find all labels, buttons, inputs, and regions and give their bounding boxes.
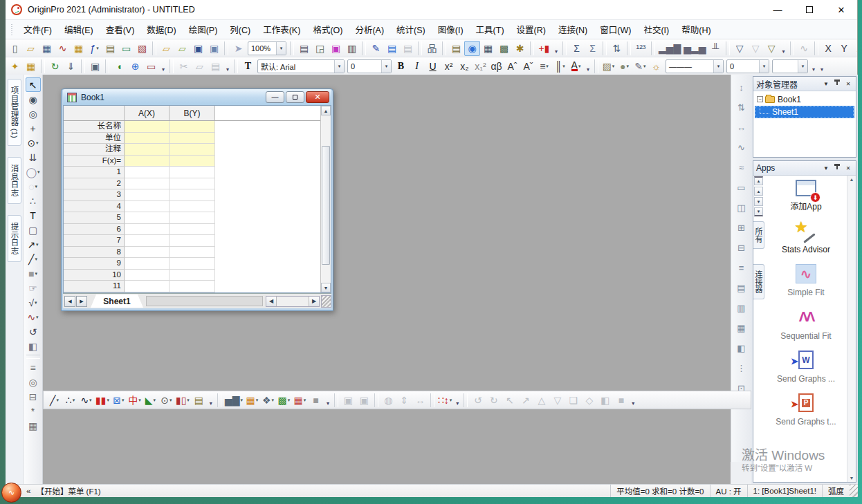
- object-manager-icon[interactable]: ▦: [480, 41, 496, 56]
- 3d-bar-plot-icon[interactable]: ▅▇▾: [223, 393, 244, 408]
- row-statistics-icon[interactable]: Σ: [585, 41, 600, 56]
- window-resize-grip[interactable]: [321, 295, 331, 308]
- scroll-up-button[interactable]: ▲: [754, 187, 763, 196]
- unmask-range-icon[interactable]: ◌▾: [26, 179, 41, 194]
- app-send-graphs-ppt[interactable]: P➤ Send Graphs t...: [770, 392, 842, 427]
- toolbar-overflow-button[interactable]: ▾: [584, 59, 592, 74]
- extract-layers-icon[interactable]: ▤: [734, 281, 749, 295]
- au-toggle[interactable]: AU : 开: [710, 485, 747, 497]
- sheet-tab[interactable]: Sheet1: [91, 295, 143, 308]
- equation-tool-icon[interactable]: √▾: [26, 295, 41, 310]
- contour-plot-icon[interactable]: ▩▾: [276, 393, 292, 408]
- toolbar-overflow-button[interactable]: ▾: [818, 59, 826, 74]
- curve-smooth-icon[interactable]: ≈: [734, 160, 749, 174]
- font-name-combo[interactable]: 默认: Arial▾: [257, 59, 345, 73]
- new-notes-icon[interactable]: ▭: [118, 41, 134, 56]
- row-header-cell[interactable]: 4: [64, 201, 125, 213]
- reset-rotation-3d-icon[interactable]: ■: [613, 393, 629, 408]
- slideshow-icon[interactable]: ➤: [230, 41, 246, 56]
- template-library-icon[interactable]: ▤: [191, 393, 207, 408]
- app-center-icon[interactable]: ◉: [464, 41, 480, 56]
- data-cell[interactable]: [169, 156, 215, 167]
- insert-graph-object-icon[interactable]: ∿▾: [26, 310, 41, 324]
- corner-header-cell[interactable]: [64, 106, 125, 120]
- insert-notes-icon[interactable]: ▤: [400, 41, 416, 56]
- scatter-plot-icon[interactable]: ∴▾: [62, 393, 78, 408]
- app-sequential-fit[interactable]: ΛΛ Sequential Fit: [770, 306, 842, 342]
- insert-worksheet-icon[interactable]: ▤: [384, 41, 400, 56]
- origin-start-button[interactable]: ∿: [1, 483, 21, 503]
- start-menu-label[interactable]: 【开始】菜单 (F1): [36, 485, 100, 496]
- row-header-cell[interactable]: 11: [64, 281, 125, 292]
- video-builder-icon[interactable]: ▥: [344, 41, 360, 56]
- app-stats-advisor[interactable]: ★ Stats Advisor: [770, 220, 842, 255]
- add-layer-icon[interactable]: ⊞: [734, 221, 749, 234]
- import-ascii-icon[interactable]: ▦: [23, 59, 39, 74]
- bold-icon[interactable]: B: [393, 59, 409, 74]
- row-header-cell[interactable]: 长名称: [64, 121, 125, 133]
- cut-icon[interactable]: ✂: [176, 59, 192, 74]
- column-header-a[interactable]: A(X): [125, 106, 169, 120]
- toolbar-overflow-button[interactable]: ▾: [809, 59, 818, 74]
- new-workbook-icon[interactable]: ▦: [39, 41, 55, 56]
- row-header-cell[interactable]: 2: [64, 178, 125, 190]
- elevate-up-3d-icon[interactable]: △: [533, 393, 549, 408]
- stock-plot-icon[interactable]: ▮▯▾: [174, 393, 191, 408]
- book1-minimize-button[interactable]: —: [266, 91, 284, 103]
- distribution-fit-icon[interactable]: ╨: [708, 41, 724, 56]
- scroll-thumb[interactable]: [322, 146, 330, 265]
- menu-help[interactable]: 帮助(H): [675, 23, 717, 36]
- rotate-cw-3d-icon[interactable]: ↻: [486, 393, 502, 408]
- statistics-dialog-icon[interactable]: ▂▅▇: [657, 41, 682, 56]
- menu-data[interactable]: 数据(D): [140, 23, 182, 36]
- italic-icon[interactable]: I: [409, 59, 425, 74]
- toolbar-overflow-button[interactable]: ▾: [629, 393, 637, 408]
- data-cell[interactable]: [125, 235, 169, 247]
- scroll-right-button[interactable]: ▶: [309, 297, 319, 306]
- merge-graphs-icon[interactable]: ≡: [734, 261, 749, 274]
- data-cell[interactable]: [169, 167, 215, 178]
- zoom-pan-icon[interactable]: ◎: [26, 106, 41, 121]
- exchange-xy-icon[interactable]: ⇅: [734, 100, 749, 114]
- menu-tools[interactable]: 工具(T): [470, 23, 511, 36]
- rotate-ccw-3d-icon[interactable]: ↺: [470, 393, 486, 408]
- project-explorer-icon[interactable]: ▤: [448, 41, 464, 56]
- layer-frame-icon[interactable]: ▭: [734, 180, 749, 194]
- new-layout-icon[interactable]: ▤: [102, 41, 118, 56]
- line-plot-icon[interactable]: ╱▾: [46, 393, 62, 408]
- menu-plot[interactable]: 绘图(P): [183, 23, 224, 36]
- log-scale-icon[interactable]: ∿: [734, 140, 749, 154]
- heatmap-plot-icon[interactable]: ▦▾: [292, 393, 308, 408]
- line-width-combo[interactable]: 0▾: [726, 59, 769, 73]
- row-header-cell[interactable]: 单位: [64, 133, 125, 144]
- zoom-in-icon[interactable]: ◉: [26, 92, 41, 106]
- multi-panel-plot-icon[interactable]: ⊠▾: [111, 393, 127, 408]
- system-settings-gear-icon[interactable]: ✱: [512, 41, 528, 56]
- data-cell[interactable]: [169, 189, 215, 201]
- text-tool-icon[interactable]: T: [26, 208, 41, 223]
- menu-social[interactable]: 社交(I): [637, 23, 675, 36]
- fill-color-icon[interactable]: ▨▾: [600, 59, 616, 74]
- minimize-button[interactable]: —: [762, 0, 794, 19]
- set-as-z-icon[interactable]: Z: [852, 41, 857, 56]
- line-style-combo[interactable]: ———▾: [666, 59, 724, 73]
- menu-connectivity[interactable]: 连接(N): [552, 23, 594, 36]
- new-folder-icon[interactable]: ▱: [23, 41, 39, 56]
- data-cell[interactable]: [169, 144, 215, 156]
- column-width-icon[interactable]: ║▾: [552, 59, 568, 74]
- panel-matrix-icon[interactable]: ▦: [734, 321, 749, 335]
- book1-title-bar[interactable]: Book1 — ✕: [63, 89, 331, 105]
- line-symbol-plot-icon[interactable]: ∿▾: [78, 393, 94, 408]
- add-new-column-icon[interactable]: +▮: [536, 41, 552, 56]
- zoom-x-icon[interactable]: ↔: [734, 120, 749, 134]
- tilt-right-3d-icon[interactable]: ↗: [517, 393, 533, 408]
- rescale-horizontal-icon[interactable]: ↔: [412, 393, 428, 408]
- menu-column[interactable]: 列(C): [223, 23, 257, 36]
- dual-panel-icon[interactable]: ◫: [734, 200, 749, 214]
- scroll-down-button[interactable]: ▼: [321, 283, 331, 292]
- 3d-scatter-plot-icon[interactable]: ❖▾: [260, 393, 276, 408]
- data-cell[interactable]: [125, 133, 169, 144]
- toolbar-overflow-button[interactable]: ▾: [207, 393, 215, 408]
- data-cell[interactable]: [169, 270, 215, 281]
- data-cell[interactable]: [125, 178, 169, 190]
